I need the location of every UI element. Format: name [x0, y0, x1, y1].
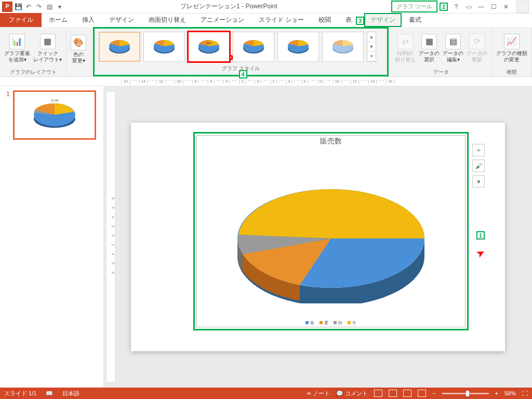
- chart-style-3[interactable]: 20% ➤: [188, 32, 230, 62]
- chart-styles-button[interactable]: 🖌: [472, 159, 485, 172]
- annotation-1: 1: [476, 231, 485, 240]
- zoom-out-icon[interactable]: −: [432, 390, 435, 396]
- qat-more-icon[interactable]: ▾: [55, 2, 64, 11]
- edit-data-icon: ▤: [445, 34, 461, 49]
- layout-group-label: グラフのレイアウト: [10, 68, 57, 76]
- chart-style-1[interactable]: [99, 32, 140, 62]
- select-data-button[interactable]: ▦データの 選択: [418, 33, 441, 64]
- fit-window-icon[interactable]: ⛶: [522, 390, 528, 396]
- chart-style-4[interactable]: [233, 32, 274, 62]
- save-icon[interactable]: 💾: [14, 2, 23, 11]
- window-title: プレゼンテーション1 - PowerPoint: [66, 2, 391, 11]
- start-icon[interactable]: ▤: [45, 2, 54, 11]
- select-data-icon: ▦: [421, 34, 437, 49]
- ribbon-tabs: ファイル ホーム 挿入 デザイン 画面切り替え アニメーション スライド ショー…: [0, 14, 532, 27]
- minimize-icon[interactable]: —: [476, 2, 486, 12]
- app-logo: P: [2, 2, 12, 12]
- close-icon[interactable]: ✕: [501, 2, 511, 12]
- help-icon[interactable]: ?: [451, 2, 461, 12]
- data-group-label: データ: [433, 68, 449, 76]
- change-colors-button[interactable]: 🎨色の 変更▾: [70, 34, 87, 65]
- ribbon-options-icon[interactable]: ▭: [463, 2, 474, 12]
- annotation-2: 2: [440, 3, 448, 11]
- reading-view-icon[interactable]: [403, 390, 411, 397]
- palette-icon: 🎨: [71, 35, 86, 50]
- annotation-3: 3: [356, 17, 364, 25]
- quick-layout-icon: ▦: [40, 34, 56, 49]
- status-language[interactable]: 日本語: [62, 390, 79, 397]
- vertical-ruler: 8 6 4 2 0 2 4 6 8: [106, 91, 115, 382]
- horizontal-ruler: ｜16｜･･･｜14｜･･･｜12｜･･･｜10｜･･･｜8｜･･･｜6｜･･･…: [0, 77, 532, 86]
- user-avatar[interactable]: [516, 1, 529, 13]
- chart-tools-tab: グラフ ツール: [391, 1, 437, 12]
- zoom-in-icon[interactable]: +: [495, 390, 498, 396]
- slideshow-view-icon[interactable]: [418, 390, 426, 397]
- notes-button[interactable]: ≐ ノート: [307, 390, 330, 397]
- cursor-arrow-icon-2: ➤: [473, 245, 487, 260]
- add-chart-element-button[interactable]: 📊グラフ要素 を追加▾: [3, 33, 31, 64]
- tab-file[interactable]: ファイル: [0, 13, 42, 27]
- sorter-view-icon[interactable]: [389, 390, 397, 397]
- ribbon: 📊グラフ要素 を追加▾ ▦クイック レイアウト▾ グラフのレイアウト 🎨色の 変…: [0, 27, 532, 77]
- chart-style-6[interactable]: [322, 32, 364, 62]
- chart-elements-button[interactable]: ＋: [472, 144, 485, 156]
- slide: 販売数: [131, 123, 505, 351]
- maximize-icon[interactable]: ☐: [488, 2, 499, 12]
- styles-scroll[interactable]: ▲▼▾: [367, 32, 376, 62]
- undo-icon[interactable]: ↶: [24, 2, 33, 11]
- change-chart-type-button[interactable]: 📈グラフの種類 の変更: [495, 33, 528, 64]
- edit-data-button[interactable]: ▤データの 編集▾: [442, 33, 464, 64]
- spellcheck-icon[interactable]: 📖: [46, 390, 53, 397]
- switch-rowcol-button: ⇄行/列の 切り替え: [394, 33, 417, 64]
- tab-chart-design[interactable]: デザイン: [364, 13, 402, 27]
- tab-review[interactable]: 校閲: [311, 13, 338, 27]
- tab-design[interactable]: デザイン: [102, 13, 141, 27]
- slide-canvas[interactable]: 8 6 4 2 0 2 4 6 8 販売数: [104, 86, 532, 388]
- normal-view-icon[interactable]: [374, 390, 382, 397]
- status-slide: スライド 1/1: [4, 390, 36, 397]
- comments-button[interactable]: 💬 コメント: [336, 390, 368, 397]
- tab-chart-format[interactable]: 書式: [402, 13, 429, 27]
- quick-layout-button[interactable]: ▦クイック レイアウト▾: [32, 33, 63, 64]
- svg-text:販売数: 販売数: [50, 99, 58, 102]
- zoom-value[interactable]: 58%: [504, 390, 516, 396]
- pie-chart: [217, 158, 445, 303]
- type-group-label: 種類: [507, 68, 517, 76]
- slide-number: 1: [6, 90, 10, 140]
- zoom-slider[interactable]: [442, 393, 489, 394]
- svg-text:20%: 20%: [207, 42, 212, 45]
- tab-insert[interactable]: 挿入: [75, 13, 102, 27]
- chart-object[interactable]: 販売数: [193, 132, 469, 330]
- refresh-icon: ⟳: [469, 34, 485, 49]
- chart-filters-button[interactable]: ▾: [472, 175, 485, 188]
- chart-styles-gallery: 20% ➤ ▲▼▾ グラフ スタイル 4: [93, 27, 389, 76]
- tab-animation[interactable]: アニメーション: [193, 13, 251, 27]
- chart-type-icon: 📈: [504, 34, 520, 49]
- tab-transition[interactable]: 画面切り替え: [141, 13, 193, 27]
- status-bar: スライド 1/1 📖 日本語 ≐ ノート 💬 コメント − + 58% ⛶: [0, 388, 532, 399]
- switch-icon: ⇄: [397, 34, 413, 49]
- tab-slideshow[interactable]: スライド ショー: [251, 13, 311, 27]
- chart-style-2[interactable]: [143, 32, 185, 62]
- refresh-data-button: ⟳データの 更新: [466, 33, 488, 64]
- redo-icon[interactable]: ↷: [34, 2, 44, 11]
- tab-home[interactable]: ホーム: [42, 13, 75, 27]
- slide-thumbnail-1[interactable]: 販売数: [13, 90, 96, 140]
- chart-style-5[interactable]: [277, 32, 319, 62]
- chart-legend: 春 夏 秋 冬: [195, 320, 467, 326]
- slide-thumbnails-pane: 1 販売数: [0, 86, 104, 388]
- annotation-4: 4: [239, 70, 247, 78]
- add-element-icon: 📊: [9, 34, 25, 49]
